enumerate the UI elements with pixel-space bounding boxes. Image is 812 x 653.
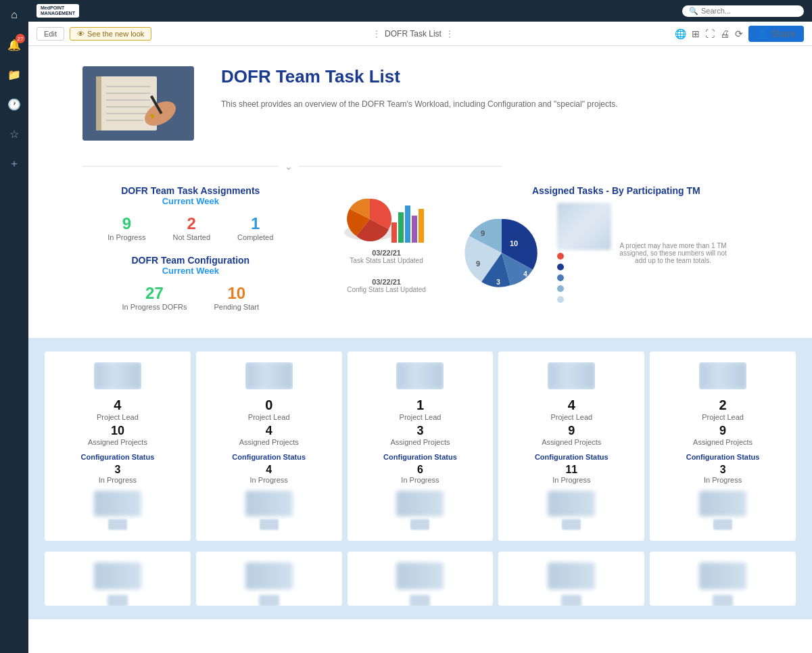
second-avatar-1 [94, 491, 141, 516]
team-card-row2-5 [650, 552, 796, 606]
avatar-image-4 [548, 362, 595, 389]
main-wrapper: MedPOINT MANAGEMENT 🔍 Edit 👁 See the new… [28, 0, 812, 653]
configuration-block: DOFR Team Configuration Current Week 27 … [55, 255, 326, 311]
sidebar-folder-icon[interactable]: 📁 [5, 65, 24, 84]
config-note: A project may have more than 1 TM assign… [619, 242, 727, 264]
tiny-avatar-4 [562, 519, 581, 530]
sidebar-history-icon[interactable]: 🕐 [5, 95, 24, 114]
chart-legend [557, 203, 611, 303]
logo: MedPOINT MANAGEMENT [37, 4, 79, 18]
svg-rect-20 [419, 209, 424, 243]
drag-handle-left: ⋮ [373, 29, 381, 39]
team-card-4: 4 Project Lead 9 Assigned Projects Confi… [498, 352, 644, 541]
configuration-title: DOFR Team Configuration [55, 255, 326, 266]
svg-rect-18 [405, 205, 410, 243]
tiny-avatar-3 [410, 519, 429, 530]
project-lead-label-5: Project Lead [656, 413, 789, 421]
task-stats-numbers: 9 In Progress 2 Not Started 1 Completed [55, 214, 326, 241]
team-card-avatar-5 [699, 362, 746, 389]
refresh-icon[interactable]: ⟳ [735, 28, 743, 39]
sidebar-home-icon[interactable]: ⌂ [5, 5, 24, 24]
legend-image [557, 203, 611, 250]
project-lead-label-2: Project Lead [203, 413, 335, 421]
sidebar-star-icon[interactable]: ☆ [5, 124, 24, 143]
middle-chart: 03/22/21 Task Stats Last Updated 03/22/2… [339, 185, 434, 293]
legend-dot-3 [557, 274, 564, 281]
config-pending-num: 10 [214, 284, 259, 303]
project-lead-num-3: 1 [354, 397, 487, 413]
legend-dot-4 [557, 285, 564, 292]
assigned-num-3: 3 [354, 424, 487, 438]
completed-num: 1 [237, 214, 273, 233]
task-chart-date: 03/22/21 [339, 249, 434, 257]
completed-label: Completed [237, 233, 273, 241]
svg-rect-17 [398, 212, 404, 243]
stats-section: DOFR Team Task Assignments Current Week … [28, 178, 812, 338]
expand-icon[interactable]: ⛶ [705, 28, 715, 39]
project-lead-num-4: 4 [505, 397, 638, 413]
header-text: DOFR Team Task List This sheet provides … [221, 66, 618, 110]
project-lead-num-5: 2 [656, 397, 789, 413]
svg-text:4: 4 [523, 270, 527, 278]
assigned-num-2: 4 [203, 424, 335, 438]
config-in-progress-stat: 27 In Progress DOFRs [122, 284, 187, 311]
config-chart-date: 03/22/21 [339, 278, 434, 286]
not-started-label: Not Started [172, 233, 210, 241]
main-description: This sheet provides an overview of the D… [221, 98, 618, 110]
page-title: DOFR Task List [385, 29, 441, 39]
grid-icon[interactable]: ⊞ [692, 28, 700, 39]
team-cards-row2 [42, 549, 798, 608]
config-in-progress-label: In Progress DOFRs [122, 303, 187, 311]
project-lead-label-1: Project Lead [51, 413, 184, 421]
search-input[interactable] [701, 7, 797, 15]
assigned-label-1: Assigned Projects [51, 438, 184, 446]
sidebar-bell-icon[interactable]: 🔔 27 [5, 35, 24, 54]
config-label-3: In Progress [354, 476, 487, 484]
legend-items [557, 253, 564, 303]
share-button[interactable]: 👤 Share [748, 26, 804, 42]
legend-dot-1 [557, 253, 564, 260]
project-lead-num-2: 0 [203, 397, 335, 413]
assigned-tasks-title: Assigned Tasks - By Participating TM [454, 185, 778, 196]
legend-dot-2 [557, 264, 564, 270]
assigned-label-3: Assigned Projects [354, 438, 487, 446]
team-card-avatar-3 [396, 362, 444, 389]
svg-rect-2 [96, 76, 101, 130]
notification-badge: 27 [16, 34, 25, 43]
svg-text:9: 9 [475, 260, 479, 268]
svg-text:⌄: ⌄ [285, 161, 293, 172]
project-lead-label-3: Project Lead [354, 413, 487, 421]
team-card-row2-4 [498, 552, 644, 606]
section-divider[interactable]: ⌄ [28, 154, 812, 178]
actionbar: Edit 👁 See the new look ⋮ DOFR Task List… [28, 22, 812, 46]
config-stats-numbers: 27 In Progress DOFRs 10 Pending Start [55, 284, 326, 311]
avatar-image-1 [94, 362, 141, 389]
team-card-2: 0 Project Lead 4 Assigned Projects Confi… [196, 352, 342, 541]
svg-text:9: 9 [480, 229, 484, 237]
legend-item-5 [557, 296, 564, 303]
topbar: MedPOINT MANAGEMENT 🔍 [28, 0, 812, 22]
legend-item-4 [557, 285, 564, 292]
print-icon[interactable]: 🖨 [720, 28, 730, 39]
edit-button[interactable]: Edit [37, 27, 64, 41]
globe-icon[interactable]: 🌐 [675, 28, 686, 39]
legend-item-2 [557, 264, 564, 270]
sidebar-plus-icon[interactable]: ＋ [5, 154, 24, 173]
config-chart-label: Config Stats Last Updated [339, 286, 434, 293]
assigned-label-4: Assigned Projects [505, 438, 638, 446]
team-section: 4 Project Lead 10 Assigned Projects Conf… [28, 338, 812, 619]
config-label-5: In Progress [656, 476, 789, 484]
task-assignments-title: DOFR Team Task Assignments [55, 185, 326, 196]
assigned-tasks-chart: Assigned Tasks - By Participating TM [448, 185, 785, 303]
in-progress-stat: 9 In Progress [108, 214, 145, 241]
svg-rect-16 [391, 222, 397, 243]
task-assignments-block: DOFR Team Task Assignments Current Week … [55, 185, 326, 241]
team-card-1: 4 Project Lead 10 Assigned Projects Conf… [45, 352, 191, 541]
stats-left: DOFR Team Task Assignments Current Week … [55, 185, 326, 324]
config-num-1: 3 [51, 464, 184, 476]
search-icon: 🔍 [689, 7, 698, 16]
search-bar[interactable]: 🔍 [682, 5, 804, 17]
config-status-title-3: Configuration Status [354, 453, 487, 461]
drag-handle-right: ⋮ [446, 29, 454, 39]
new-look-button[interactable]: 👁 See the new look [70, 27, 151, 41]
